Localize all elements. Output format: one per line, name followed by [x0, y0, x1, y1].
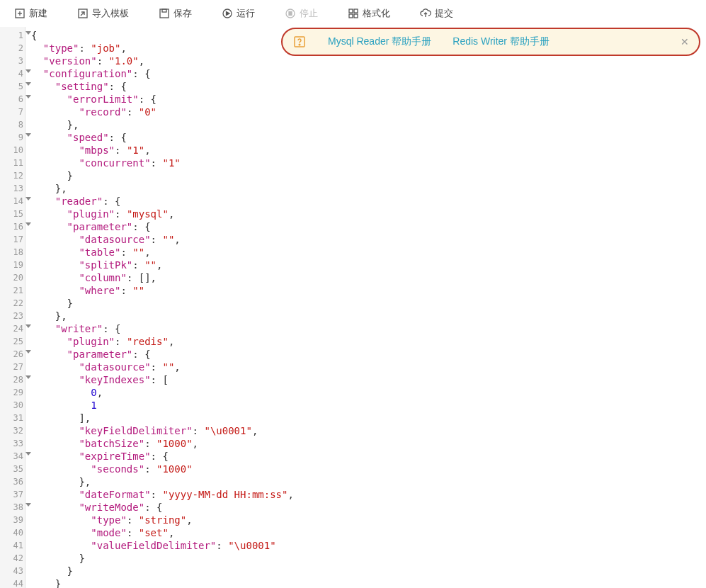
line-number: 33 — [0, 437, 25, 450]
fold-toggle-icon[interactable] — [25, 324, 31, 328]
code-line[interactable]: "keyFieldDelimiter": "\u0001", — [31, 424, 706, 437]
line-number: 35 — [0, 463, 25, 475]
code-line[interactable]: "column": [], — [31, 271, 706, 284]
code-line[interactable]: "dateFormat": "yyyy-MM-dd HH:mm:ss", — [31, 488, 706, 501]
line-number: 13 — [0, 182, 25, 195]
code-line[interactable]: "mbps": "1", — [31, 144, 706, 157]
code-line[interactable]: "speed": { — [31, 131, 706, 144]
code-line[interactable]: } — [31, 565, 706, 577]
line-number: 42 — [0, 552, 25, 565]
line-number: 30 — [0, 399, 25, 412]
code-line[interactable]: "datasource": "", — [31, 361, 706, 373]
code-line[interactable]: } — [31, 297, 706, 310]
submit-button[interactable]: 提交 — [413, 4, 460, 23]
line-number: 31 — [0, 412, 25, 424]
code-line[interactable]: ], — [31, 412, 706, 424]
line-number: 22 — [0, 297, 25, 310]
save-button[interactable]: 保存 — [152, 4, 199, 23]
code-line[interactable]: "expireTime": { — [31, 450, 706, 463]
code-editor[interactable]: 1234567891011121314151617181920212223242… — [0, 27, 706, 588]
fold-toggle-icon[interactable] — [25, 452, 31, 456]
code-line[interactable]: 1 — [31, 399, 706, 412]
code-line[interactable]: }, — [31, 475, 706, 488]
code-line[interactable]: "splitPk": "", — [31, 259, 706, 271]
line-number: 9 — [0, 131, 25, 144]
line-number: 25 — [0, 335, 25, 348]
import-label: 导入模板 — [92, 7, 129, 20]
run-button[interactable]: 运行 — [215, 4, 262, 23]
code-line[interactable]: "concurrent": "1" — [31, 157, 706, 169]
line-number: 8 — [0, 118, 25, 131]
line-number: 19 — [0, 259, 25, 271]
line-number: 26 — [0, 348, 25, 361]
line-number: 2 — [0, 42, 25, 55]
code-line[interactable]: "parameter": { — [31, 220, 706, 233]
code-line[interactable]: "plugin": "redis", — [31, 335, 706, 348]
line-number: 34 — [0, 450, 25, 463]
fold-toggle-icon[interactable] — [25, 350, 31, 354]
line-number: 11 — [0, 157, 25, 169]
code-line[interactable]: }, — [31, 310, 706, 322]
fold-toggle-icon[interactable] — [25, 197, 31, 200]
code-line[interactable]: "table": "", — [31, 246, 706, 259]
fold-toggle-icon[interactable] — [25, 222, 31, 226]
mysql-reader-help-link[interactable]: Mysql Reader 帮助手册 — [328, 35, 431, 48]
code-line[interactable]: "datasource": "", — [31, 233, 706, 246]
code-line[interactable]: "setting": { — [31, 80, 706, 93]
code-line[interactable]: "reader": { — [31, 195, 706, 208]
new-button[interactable]: 新建 — [7, 4, 55, 23]
code-line[interactable]: "type": "string", — [31, 514, 706, 526]
code-line[interactable]: "writeMode": { — [31, 501, 706, 514]
code-line[interactable]: } — [31, 577, 706, 588]
stop-icon — [285, 8, 296, 19]
fold-toggle-icon[interactable] — [25, 503, 31, 507]
code-line[interactable]: "where": "" — [31, 284, 706, 297]
line-number: 23 — [0, 310, 25, 322]
code-line[interactable]: "keyIndexes": [ — [31, 373, 706, 386]
help-banner: Mysql Reader 帮助手册 Redis Writer 帮助手册 ✕ — [281, 28, 700, 56]
svg-rect-14 — [349, 14, 353, 18]
run-label: 运行 — [237, 7, 255, 20]
svg-rect-11 — [291, 12, 292, 16]
line-number: 12 — [0, 169, 25, 182]
svg-rect-13 — [354, 9, 358, 13]
code-line[interactable]: "record": "0" — [31, 106, 706, 118]
code-line[interactable]: "plugin": "mysql", — [31, 208, 706, 220]
code-line[interactable]: "mode": "set", — [31, 526, 706, 539]
svg-rect-10 — [289, 12, 290, 16]
code-line[interactable]: "parameter": { — [31, 348, 706, 361]
close-icon[interactable]: ✕ — [681, 36, 689, 47]
new-label: 新建 — [29, 7, 47, 20]
line-number: 44 — [0, 577, 25, 588]
fold-toggle-icon[interactable] — [25, 133, 31, 137]
fold-toggle-icon[interactable] — [25, 375, 31, 379]
fold-toggle-icon[interactable] — [25, 82, 31, 86]
fold-toggle-icon[interactable] — [25, 69, 31, 73]
grid-icon — [348, 8, 359, 19]
line-number: 38 — [0, 501, 25, 514]
redis-writer-help-link[interactable]: Redis Writer 帮助手册 — [452, 35, 550, 48]
code-line[interactable]: 0, — [31, 386, 706, 399]
line-number: 1 — [0, 29, 25, 42]
code-line[interactable]: "version": "1.0", — [31, 55, 706, 67]
code-line[interactable]: }, — [31, 118, 706, 131]
code-line[interactable]: } — [31, 552, 706, 565]
code-line[interactable]: "errorLimit": { — [31, 93, 706, 106]
code-line[interactable]: "batchSize": "1000", — [31, 437, 706, 450]
format-button[interactable]: 格式化 — [341, 4, 397, 23]
line-number: 7 — [0, 106, 25, 118]
plus-square-icon — [14, 8, 25, 19]
fold-toggle-icon[interactable] — [25, 31, 31, 35]
import-button[interactable]: 导入模板 — [70, 4, 136, 23]
code-line[interactable]: "seconds": "1000" — [31, 463, 706, 475]
line-number: 32 — [0, 424, 25, 437]
code-line[interactable]: "writer": { — [31, 322, 706, 335]
line-number: 5 — [0, 80, 25, 93]
code-area[interactable]: { "type": "job", "version": "1.0", "conf… — [25, 27, 706, 588]
help-icon — [292, 35, 307, 49]
code-line[interactable]: "configuration": { — [31, 67, 706, 80]
code-line[interactable]: } — [31, 169, 706, 182]
code-line[interactable]: "valueFieldDelimiter": "\u0001" — [31, 539, 706, 552]
code-line[interactable]: }, — [31, 182, 706, 195]
fold-toggle-icon[interactable] — [25, 95, 31, 98]
